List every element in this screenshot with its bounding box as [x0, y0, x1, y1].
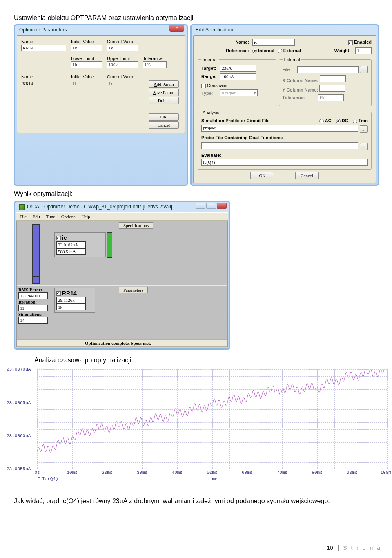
- input-upper[interactable]: 100k: [107, 61, 138, 68]
- y-tick-label: 23.0055uA: [7, 466, 31, 471]
- window-title-spec: Edit Specification: [192, 25, 378, 35]
- gridline-v: [212, 369, 213, 469]
- close-icon[interactable]: [217, 203, 227, 209]
- radio-dc[interactable]: [336, 119, 341, 123]
- input-probe[interactable]: [201, 142, 358, 149]
- label-iteration: Iteration:: [18, 299, 37, 304]
- gridline-v-minor: [300, 369, 300, 469]
- browse-file-button[interactable]: ...: [360, 66, 368, 73]
- input-spec-name[interactable]: ic: [252, 39, 295, 46]
- label-current: Current Value: [107, 39, 134, 45]
- page-label: S t r o n a: [343, 545, 381, 551]
- body-paragraph: Jak widać, prąd Ic(Q4) jest równy 23uA z…: [14, 497, 381, 506]
- label-ac: AC: [325, 118, 332, 123]
- input-name-1[interactable]: RR14: [21, 45, 66, 51]
- select-type[interactable]: = target: [220, 89, 252, 96]
- ok-button[interactable]: OK: [149, 113, 179, 121]
- minimize-icon[interactable]: [196, 203, 205, 209]
- radio-ac[interactable]: [319, 119, 324, 123]
- legend-analysis: Analysis: [201, 109, 220, 115]
- value-simulations: 14: [18, 317, 48, 324]
- radio-internal[interactable]: [252, 49, 257, 53]
- label-range: Range:: [201, 74, 220, 79]
- label-spec-name: Name:: [230, 39, 249, 45]
- input-file[interactable]: [297, 66, 359, 73]
- heading-optparam: Ustawienia obiektu OPTPARAM oraz ustawie…: [14, 14, 381, 22]
- checkbox-enabled[interactable]: [348, 40, 353, 45]
- save-param-button[interactable]: Save Param: [149, 89, 179, 96]
- checkbox-param-rr14[interactable]: [56, 291, 61, 296]
- label-dc: DC: [342, 118, 348, 123]
- cancel-button[interactable]: Cancel: [149, 121, 179, 129]
- menu-help[interactable]: Help: [81, 214, 90, 219]
- input-tol[interactable]: 1%: [143, 61, 167, 68]
- label-rms: RMS Error:: [18, 287, 42, 292]
- gridline-v-minor: [195, 369, 195, 469]
- legend-label: Ic(Q4): [42, 476, 58, 481]
- groupbox-internal: Internal Target: 23uA Range: 100nA Const…: [198, 57, 276, 106]
- input-ycol[interactable]: [319, 85, 345, 92]
- x-tick-label: 40ms: [172, 470, 183, 475]
- input-initial-1[interactable]: 1k: [71, 45, 102, 51]
- x-tick-label: 90ms: [347, 470, 357, 475]
- menu-options[interactable]: Options: [61, 214, 76, 219]
- menubar: File Edit Tune Options Help: [16, 212, 228, 221]
- radio-tran[interactable]: [353, 119, 357, 123]
- x-tick-label: 0s: [34, 470, 40, 475]
- radio-external[interactable]: [278, 49, 282, 53]
- label-tran: Tran: [359, 118, 368, 123]
- demo-green-bar: [107, 232, 112, 258]
- input-evaluate[interactable]: Ic(Q4): [201, 159, 368, 166]
- chart-ic-q4: 0s10ms20ms30ms40ms50ms60ms70ms80ms90ms10…: [7, 367, 389, 489]
- x-tick-label: 70ms: [277, 470, 287, 475]
- input-sim-file[interactable]: projekt: [201, 125, 358, 132]
- spec-ok-button[interactable]: OK: [250, 172, 274, 179]
- checkbox-constraint[interactable]: [201, 84, 206, 88]
- maximize-icon[interactable]: [206, 203, 216, 209]
- input-weight[interactable]: 1: [355, 47, 372, 54]
- label-initial2: Initial Value: [71, 74, 94, 80]
- gridline-v-minor: [160, 369, 160, 469]
- menu-tune[interactable]: Tune: [46, 214, 55, 219]
- input-current-1[interactable]: 1k: [107, 45, 138, 51]
- app-icon: [19, 204, 25, 210]
- y-tick-label: 23.0060uA: [7, 433, 31, 438]
- params-section-button[interactable]: Parameters: [119, 287, 148, 293]
- label-upper: Upper Limit: [107, 56, 130, 61]
- label-type: Type:: [201, 90, 220, 96]
- label-probe: Probe File Containing Goal Functions:: [201, 135, 283, 140]
- add-param-button[interactable]: Add Param: [149, 80, 179, 88]
- menu-file[interactable]: File: [20, 214, 27, 219]
- input-ext-tol[interactable]: 1%: [318, 94, 344, 101]
- window-optimizer-parameters: Optimizer Parameters Name RR14 Initial V…: [14, 24, 188, 186]
- gridline-v: [282, 369, 283, 469]
- legend-internal: Internal: [201, 57, 219, 62]
- input-lower[interactable]: 1k: [71, 61, 102, 68]
- page-number: 10: [327, 545, 333, 551]
- browse-sim-button[interactable]: ...: [360, 125, 368, 133]
- heading-result: Wynik optymalizacji:: [14, 190, 381, 199]
- input-target[interactable]: 23uA: [220, 65, 256, 72]
- dropdown-arrow-icon[interactable]: ▾: [252, 89, 258, 96]
- param-panel: RR14 29.1126k 1k: [54, 288, 95, 313]
- specs-section-button[interactable]: Specifications: [119, 222, 153, 229]
- label-spec-ic: ic: [62, 234, 67, 241]
- cell-initial-2: 1k: [71, 80, 102, 87]
- input-range[interactable]: 100nA: [220, 73, 256, 80]
- groupbox-analysis: Analysis Simulation Profile or Circuit F…: [198, 109, 372, 170]
- gridline-v-minor: [265, 369, 265, 469]
- checkbox-spec-ic[interactable]: [56, 236, 61, 240]
- label-current2: Current Value: [107, 74, 134, 80]
- delete-button[interactable]: Delete: [149, 97, 179, 104]
- browse-probe-button[interactable]: ...: [360, 143, 368, 150]
- input-xcol[interactable]: [320, 75, 346, 82]
- label-reference: Reference:: [220, 48, 249, 54]
- x-tick-label: 10ms: [67, 470, 77, 475]
- menu-edit[interactable]: Edit: [33, 214, 40, 219]
- value-spec-2: 588.51uA: [56, 248, 86, 255]
- spec-cancel-button[interactable]: Cancel: [295, 172, 319, 179]
- window-edit-specification: Edit Specification Name: ic Enabled Refe…: [190, 24, 379, 186]
- label-external-radio: External: [283, 48, 301, 54]
- y-tick-label: 23.0070uA: [7, 367, 31, 372]
- label-file: File:: [283, 67, 297, 72]
